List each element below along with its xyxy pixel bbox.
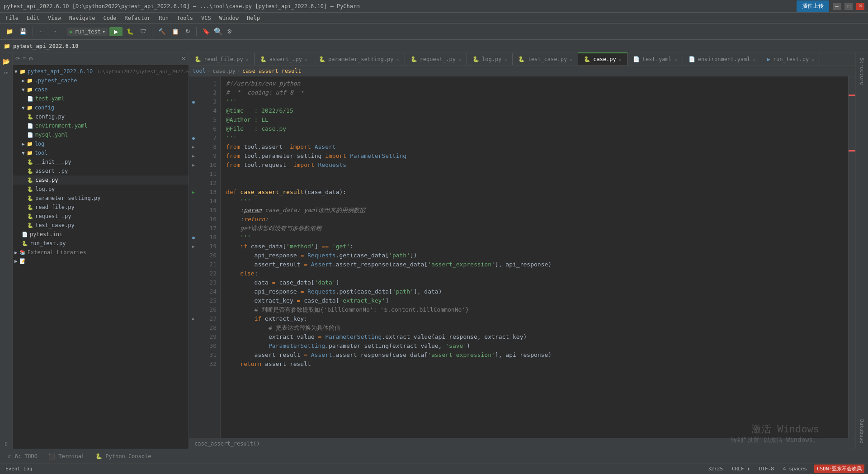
tree-pytest-ini[interactable]: 📄 pytest.ini xyxy=(13,230,189,239)
tree-assert-py[interactable]: 🐍 assert_.py xyxy=(13,166,189,175)
tree-tool-dir[interactable]: ▼ 📁 tool xyxy=(13,148,189,157)
tab-label: parameter_setting.py xyxy=(328,56,394,62)
tree-parameter-py[interactable]: 🐍 parameter_setting.py xyxy=(13,194,189,203)
settings-button[interactable]: ⚙ xyxy=(225,27,235,36)
panel-sync-btn[interactable]: ⟳ xyxy=(15,56,20,62)
tree-request-py[interactable]: 🐍 request_.py xyxy=(13,212,189,221)
tab-close[interactable]: ✕ xyxy=(246,57,249,62)
tree-test-case-py[interactable]: 🐍 test_case.py xyxy=(13,221,189,230)
vcs-button[interactable]: 📋 xyxy=(170,27,181,36)
tab-python-console[interactable]: 🐍 Python Console xyxy=(91,451,156,461)
tree-case-py[interactable]: 🐍 case.py xyxy=(13,175,189,185)
tab-log[interactable]: 🐍 log.py ✕ xyxy=(467,53,513,65)
menu-view[interactable]: View xyxy=(44,14,65,22)
tree-config-dir[interactable]: ▼ 📁 config xyxy=(13,103,189,112)
project-icon[interactable]: 📂 xyxy=(0,56,12,67)
status-event-log[interactable]: Event Log xyxy=(4,466,34,472)
close-button[interactable]: ✕ xyxy=(856,3,864,10)
menu-file[interactable]: File xyxy=(2,14,22,22)
tree-run-test-py[interactable]: 🐍 run_test.py xyxy=(13,239,189,248)
build-button[interactable]: 🔨 xyxy=(156,27,168,36)
tree-environment-yaml[interactable]: 📄 environment.yaml xyxy=(13,121,189,130)
tab-close[interactable]: ✕ xyxy=(675,57,677,62)
save-button[interactable]: 💾 xyxy=(17,27,29,36)
tab-close[interactable]: ✕ xyxy=(396,57,399,62)
search-button[interactable]: 🔍 xyxy=(214,27,223,36)
status-line-col[interactable]: 32:25 xyxy=(706,466,725,472)
tree-config-py[interactable]: 🐍 config.py xyxy=(13,112,189,121)
status-indent[interactable]: 4 spaces xyxy=(781,466,809,472)
menu-refactor[interactable]: Refactor xyxy=(121,14,154,22)
tab-assert[interactable]: 🐍 assert_.py ✕ xyxy=(255,53,313,65)
tab-parameter-setting[interactable]: 🐍 parameter_setting.py ✕ xyxy=(313,53,405,65)
status-crlf[interactable]: CRLF ↕ xyxy=(730,466,752,472)
tree-external-libs[interactable]: ▶ 📚 External Libraries xyxy=(13,248,189,257)
menu-navigate[interactable]: Navigate xyxy=(66,14,99,22)
coverage-button[interactable]: 🛡 xyxy=(138,27,148,36)
tab-close[interactable]: ✕ xyxy=(811,57,814,62)
tab-close[interactable]: ✕ xyxy=(504,57,507,62)
tree-scratches[interactable]: ▶ 📝 xyxy=(13,257,189,265)
tab-close[interactable]: ✕ xyxy=(619,57,622,62)
tree-init-py[interactable]: 🐍 __init__.py xyxy=(13,157,189,166)
maximize-button[interactable]: □ xyxy=(844,3,853,10)
forward-button[interactable]: → xyxy=(49,27,59,36)
tab-test-case[interactable]: 🐍 test_case.py ✕ xyxy=(513,53,578,65)
menu-tools[interactable]: Tools xyxy=(173,14,197,22)
menu-vcs[interactable]: VCS xyxy=(198,14,215,22)
update-button[interactable]: ↻ xyxy=(183,27,193,36)
status-right: 32:25 CRLF ↕ UTF-8 4 spaces CSDN·亚东不会吹风 xyxy=(706,465,864,473)
tree-mysql-yaml[interactable]: 📄 mysql.yaml xyxy=(13,130,189,139)
structure-right-btn[interactable]: Structure xyxy=(857,52,867,90)
tab-close[interactable]: ✕ xyxy=(458,57,461,62)
tab-close[interactable]: ✕ xyxy=(753,57,755,62)
tree-read-file-py[interactable]: 🐍 read_file.py xyxy=(13,203,189,212)
panel-close-btn[interactable]: ✕ xyxy=(181,56,186,62)
menu-edit[interactable]: Edit xyxy=(23,14,43,22)
open-file-button[interactable]: 📁 xyxy=(4,27,15,36)
panel-settings-btn[interactable]: ⚙ xyxy=(28,56,33,62)
database-icon[interactable]: D xyxy=(3,439,9,449)
tree-pytest-cache[interactable]: ▶ 📁 .pytest_cache xyxy=(13,76,189,85)
tab-todo[interactable]: ☑ 6: TODO xyxy=(4,451,42,461)
gutter-4 xyxy=(190,106,197,115)
database-right-btn[interactable]: Database xyxy=(857,414,867,449)
tab-case[interactable]: 🐍 case.py ✕ xyxy=(578,52,627,65)
csdn-button[interactable]: 插件上传 xyxy=(797,0,829,12)
tree-log-dir[interactable]: ▶ 📁 log xyxy=(13,139,189,148)
tree-label: run_test.py xyxy=(30,240,66,246)
breadcrumb-tool[interactable]: tool xyxy=(193,68,206,74)
minimize-button[interactable]: ─ xyxy=(833,3,841,10)
panel-collapse-btn[interactable]: ≡ xyxy=(23,56,26,62)
tab-run-test[interactable]: ▶ run_test.py ✕ xyxy=(761,53,820,65)
structure-icon[interactable]: S xyxy=(1,70,11,76)
tab-close[interactable]: ✕ xyxy=(570,57,572,62)
tab-label: test.yaml xyxy=(642,56,672,62)
gutter-17 xyxy=(190,224,197,233)
bookmark-button[interactable]: 🔖 xyxy=(200,27,212,36)
csdn-badge[interactable]: CSDN·亚东不会吹风 xyxy=(814,465,864,473)
menu-run[interactable]: Run xyxy=(155,14,172,22)
tab-request[interactable]: 🐍 request_.py ✕ xyxy=(405,53,467,65)
tab-close[interactable]: ✕ xyxy=(305,57,307,62)
tab-environment-yaml[interactable]: 📄 environment.yaml ✕ xyxy=(683,53,762,65)
tree-path: D:\python2022\pytest_api_2022.6.10 xyxy=(96,69,189,75)
menu-help[interactable]: Help xyxy=(243,14,264,22)
menu-code[interactable]: Code xyxy=(100,14,120,22)
run-button[interactable]: ▶ xyxy=(109,27,123,36)
tree-root[interactable]: ▼ 📁 pytest_api_2022.6.10 D:\python2022\p… xyxy=(13,67,189,76)
code-editor[interactable]: #!/usr/bin/env python # -*- coding: utf-… xyxy=(221,76,848,438)
menu-window[interactable]: Window xyxy=(216,14,242,22)
breadcrumb-function[interactable]: case_assert_result xyxy=(242,68,301,74)
breadcrumb-file[interactable]: case.py xyxy=(212,68,236,74)
tab-read-file[interactable]: 🐍 read_file.py ✕ xyxy=(189,53,255,65)
tree-log-py[interactable]: 🐍 log.py xyxy=(13,185,189,194)
tab-test-yaml[interactable]: 📄 test.yaml ✕ xyxy=(627,53,683,65)
back-button[interactable]: ← xyxy=(37,27,47,36)
tree-test-yaml[interactable]: 📄 test.yaml xyxy=(13,94,189,103)
status-encoding[interactable]: UTF-8 xyxy=(757,466,776,472)
debug-button[interactable]: 🐛 xyxy=(124,27,136,36)
tree-case-dir[interactable]: ▼ 📁 case xyxy=(13,85,189,94)
tab-terminal[interactable]: ⬛ Terminal xyxy=(44,451,89,461)
tab-label: test_case.py xyxy=(528,56,567,62)
